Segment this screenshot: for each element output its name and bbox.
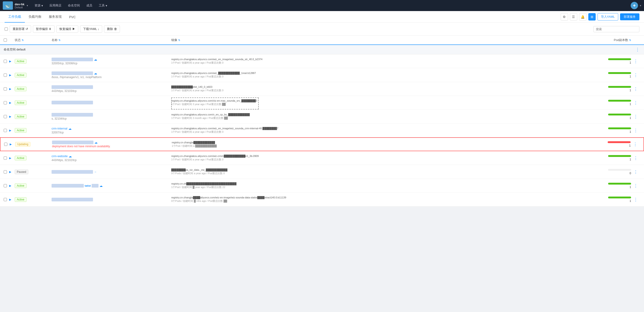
row8-more-button[interactable]: ⋮ xyxy=(633,155,638,161)
row2-expand-btn[interactable]: ▶ xyxy=(8,73,12,77)
header-select-all[interactable] xyxy=(4,39,7,42)
header-status[interactable]: 状态 ⇅ xyxy=(15,38,52,42)
user-avatar[interactable]: ✚ xyxy=(631,2,638,9)
list-icon-btn[interactable]: ☰ xyxy=(570,13,577,21)
row11-more-button[interactable]: ⋮ xyxy=(633,197,638,202)
resume-button[interactable]: 恢复编排 ▶ xyxy=(56,25,78,33)
nav-resources[interactable]: 资源 ▾ xyxy=(32,2,46,9)
status-badge: Active xyxy=(15,101,26,105)
row2-service-name[interactable]: ☁ xyxy=(52,72,171,75)
row7-checkbox[interactable] xyxy=(4,143,7,146)
row4-expand-btn[interactable]: ▶ xyxy=(8,101,12,105)
row3-pod-bar-fill xyxy=(608,86,631,88)
row11-pod-bar xyxy=(608,197,631,198)
row4-checkbox[interactable] xyxy=(4,101,7,104)
row6-status: Active xyxy=(15,128,52,133)
row5-more-button[interactable]: ⋮ xyxy=(633,114,638,119)
row1-actions: ⋮ xyxy=(631,59,640,64)
nav-namespace[interactable]: 命名空间 xyxy=(65,2,83,9)
row10-more-button[interactable]: ⋮ xyxy=(633,183,638,188)
row3-more-button[interactable]: ⋮ xyxy=(633,86,638,92)
redeploy-button[interactable]: 重新部署 ↺ xyxy=(10,25,31,33)
row9-more-button[interactable]: ⋮ xyxy=(633,169,638,175)
search-container xyxy=(593,26,640,32)
row9-expand-btn[interactable]: ▶ xyxy=(8,170,12,174)
row6-service-name[interactable]: crm-internal ☁ xyxy=(52,127,171,130)
row8-checkbox[interactable] xyxy=(4,156,7,160)
row-checkbox: ▶ xyxy=(4,142,15,147)
row7-expand-btn[interactable]: ▶ xyxy=(8,142,13,147)
select-all-checkbox[interactable] xyxy=(4,28,8,31)
settings-icon-btn[interactable]: ⚙ xyxy=(561,13,568,21)
row8-service-name[interactable]: crm-website ☁ xyxy=(52,154,171,158)
row7-service-name[interactable]: ☁ xyxy=(52,141,172,144)
row11-checkbox[interactable] xyxy=(4,198,7,201)
import-yaml-button[interactable]: 导入YAML xyxy=(598,13,618,21)
search-input[interactable] xyxy=(593,26,640,32)
namespace-more-button[interactable]: ⋮ xyxy=(635,47,640,52)
row10-pod-count: 1 xyxy=(630,185,631,189)
row6-name: crm-internal ☁ 32007/tcp xyxy=(52,127,171,134)
row1-more-button[interactable]: ⋮ xyxy=(633,59,638,64)
nav-tools[interactable]: 工具 ▾ xyxy=(96,2,110,9)
avatar-dropdown-icon[interactable]: ▾ xyxy=(640,4,641,7)
row10-expand-btn[interactable]: ▶ xyxy=(8,183,12,188)
row10-checkbox[interactable] xyxy=(4,184,7,187)
row2-pod-bar xyxy=(608,72,631,74)
row1-service-name[interactable]: ☁ xyxy=(52,58,171,61)
row3-checkbox[interactable] xyxy=(4,87,7,91)
nav-appstore[interactable]: 应用商店 xyxy=(47,2,64,9)
row2-actions: ⋮ xyxy=(631,72,640,78)
tab-service-discovery[interactable]: 服务发现 xyxy=(45,12,65,23)
row11-name-text xyxy=(52,198,93,201)
header-pods[interactable]: Pod副本数 ⇅ xyxy=(599,38,631,42)
row4-pods: 1 xyxy=(599,100,631,106)
cloud-icon: ☁ xyxy=(94,72,97,75)
row10-image-sub: 1个Pod / 创建时间 █ year ago / Pod重启次数 22 xyxy=(171,185,599,189)
grid-icon-btn[interactable]: ⊞ xyxy=(588,13,596,21)
tab-workload[interactable]: 工作负载 xyxy=(4,12,25,23)
row6-expand-btn[interactable]: ▶ xyxy=(8,128,12,133)
header-image[interactable]: 镜像 ⇅ xyxy=(171,38,599,42)
header-name[interactable]: 名称 ⇅ xyxy=(52,38,171,42)
row8-actions: ⋮ xyxy=(631,155,640,161)
deploy-service-button[interactable]: 部署服务 xyxy=(620,13,640,20)
row9-service-name[interactable]: → xyxy=(52,170,171,174)
row6-more-button[interactable]: ⋮ xyxy=(633,128,638,133)
nav-right: ✚ ▾ xyxy=(631,2,641,9)
bell-icon-btn[interactable]: 🔔 xyxy=(579,13,586,21)
tab-pvc[interactable]: PVC xyxy=(65,12,80,23)
tab-loadbalance[interactable]: 负载均衡 xyxy=(25,12,45,23)
row2-image-sub: 1个Pod / 创建时间 a year ago / Pod重启次数 0 xyxy=(171,75,599,78)
row5-expand-btn[interactable]: ▶ xyxy=(8,114,12,119)
row6-checkbox[interactable] xyxy=(4,129,7,132)
row9-status: Paused xyxy=(15,170,52,174)
row1-expand-btn[interactable]: ▶ xyxy=(8,59,12,64)
row1-checkbox[interactable] xyxy=(4,60,7,63)
row11-service-name[interactable] xyxy=(52,198,171,201)
row6-ports: 32007/tcp xyxy=(52,131,171,134)
row9-checkbox[interactable] xyxy=(4,170,7,173)
row10-name-end xyxy=(92,184,98,188)
pause-button[interactable]: 暂停编排 ⏸ xyxy=(33,25,55,33)
row4-service-name[interactable] xyxy=(52,101,171,104)
row4-more-button[interactable]: ⋮ xyxy=(633,100,638,106)
cluster-dropdown-icon[interactable]: ▾ xyxy=(27,4,28,7)
delete-button[interactable]: 删除 🗑 xyxy=(104,25,120,33)
row2-more-button[interactable]: ⋮ xyxy=(633,72,638,78)
row8-expand-btn[interactable]: ▶ xyxy=(8,156,12,160)
row9-pod-count: 0 xyxy=(630,172,631,175)
row5-checkbox[interactable] xyxy=(4,115,7,118)
namespace-label: 命名空间 default xyxy=(4,48,26,52)
row7-more-button[interactable]: ⋮ xyxy=(632,141,638,147)
row10-service-name[interactable]: tatist ☁ xyxy=(52,184,171,188)
download-yaml-button[interactable]: 下载YAML ↓ xyxy=(80,25,102,33)
row2-checkbox[interactable] xyxy=(4,74,7,77)
row11-expand-btn[interactable]: ▶ xyxy=(8,197,12,202)
row1-image-text: registry.cn-zhangjiakou.aliyuncs.com/wiz… xyxy=(171,58,599,61)
row5-service-name[interactable] xyxy=(52,113,171,117)
row3-expand-btn[interactable]: ▶ xyxy=(8,87,12,91)
row3-service-name[interactable] xyxy=(52,85,171,89)
row-checkbox: ▶ xyxy=(4,128,15,133)
nav-members[interactable]: 成员 xyxy=(84,2,95,9)
